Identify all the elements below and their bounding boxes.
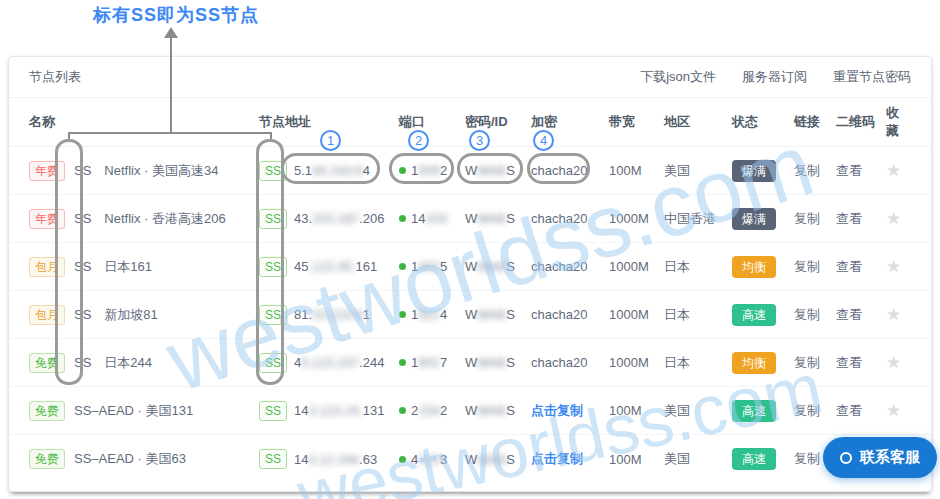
column-header-name: 名称 — [29, 113, 259, 131]
online-dot-icon — [399, 263, 406, 270]
status-badge: 高速 — [732, 448, 776, 470]
view-qrcode-link[interactable]: 查看 — [836, 307, 862, 322]
bandwidth-value: 1000M — [609, 307, 664, 322]
redacted-password: 8848 — [477, 307, 506, 322]
online-dot-icon — [399, 359, 406, 366]
reset-node-password-link[interactable]: 重置节点密码 — [833, 68, 911, 86]
redacted-port: 407 — [418, 259, 440, 274]
bandwidth-value: 100M — [609, 452, 664, 467]
redacted-password: 8848 — [477, 452, 506, 467]
bandwidth-value: 100M — [609, 403, 664, 418]
copy-link[interactable]: 复制 — [794, 403, 820, 418]
circled-number-4-icon: 4 — [533, 130, 554, 151]
plan-badge: 年费 — [29, 209, 65, 229]
annotation-arrow-line — [170, 37, 172, 133]
favorite-star-icon[interactable]: ★ — [886, 161, 901, 180]
plan-badge: 免费 — [29, 449, 65, 469]
view-qrcode-link[interactable]: 查看 — [836, 211, 862, 226]
table-row: 免费 SS–AEAD · 美国63 SS 143.12.244.63 40153… — [9, 435, 931, 483]
plan-badge: 年费 — [29, 161, 65, 181]
column-header-bandwidth: 带宽 — [609, 113, 664, 131]
favorite-star-icon[interactable]: ★ — [886, 209, 901, 228]
column-header-encryption: 加密 — [531, 113, 609, 131]
ss-badge: SS — [259, 209, 287, 229]
view-qrcode-link[interactable]: 查看 — [836, 403, 862, 418]
online-dot-icon — [399, 456, 406, 463]
password-cell: W8848S — [465, 403, 531, 418]
annotation-text: 标有SS即为SS节点 — [93, 3, 259, 27]
column-header-favorite: 收藏 — [886, 104, 911, 140]
node-name: 日本161 — [104, 258, 152, 276]
page-title: 节点列表 — [29, 68, 81, 86]
node-address: 81.23.123.81 — [294, 307, 370, 322]
node-address: 143.12.244.63 — [294, 452, 377, 467]
plan-badge: 免费 — [29, 353, 65, 373]
copy-link[interactable]: 复制 — [794, 211, 820, 226]
favorite-star-icon[interactable]: ★ — [886, 401, 901, 420]
copy-link[interactable]: 复制 — [794, 259, 820, 274]
view-qrcode-link[interactable]: 查看 — [836, 259, 862, 274]
copy-link[interactable]: 复制 — [794, 163, 820, 178]
online-dot-icon — [399, 167, 406, 174]
node-name: Netflix · 美国高速34 — [104, 162, 218, 180]
region-value: 日本 — [664, 258, 732, 276]
redacted-password: 8848 — [477, 403, 506, 418]
server-subscribe-link[interactable]: 服务器订阅 — [742, 68, 807, 86]
ss-badge: SS — [259, 353, 287, 373]
region-value: 中国香港 — [664, 210, 732, 228]
node-name: 新加坡81 — [104, 306, 157, 324]
copy-link[interactable]: 复制 — [794, 307, 820, 322]
node-name: SS–AEAD · 美国131 — [74, 402, 193, 420]
password-cell: W8848S — [465, 259, 531, 274]
view-qrcode-link[interactable]: 查看 — [836, 355, 862, 370]
circled-number-2-icon: 2 — [408, 130, 429, 151]
view-qrcode-link[interactable]: 查看 — [836, 163, 862, 178]
redacted-address: 5.123.237 — [301, 355, 359, 370]
circled-number-1-icon: 1 — [320, 130, 341, 151]
encryption-value: chacha20 — [531, 355, 587, 370]
favorite-star-icon[interactable]: ★ — [886, 353, 901, 372]
ss-badge: SS — [259, 449, 287, 469]
redacted-port: 509 — [418, 163, 440, 178]
encryption-value: chacha20 — [531, 211, 587, 226]
redacted-password: 8848 — [477, 211, 506, 226]
encryption-value: chacha20 — [531, 307, 587, 322]
copy-link[interactable]: 复制 — [794, 451, 820, 466]
encryption-value[interactable]: 点击复制 — [531, 451, 583, 466]
plan-badge: 包月 — [29, 257, 65, 277]
region-value: 美国 — [664, 402, 732, 420]
redacted-port: 154 — [418, 403, 440, 418]
chat-circle-icon — [840, 452, 852, 464]
favorite-star-icon[interactable]: ★ — [886, 257, 901, 276]
annotation-connector-line — [68, 132, 272, 134]
column-header-address: 节点地址 — [259, 113, 399, 131]
online-dot-icon — [399, 407, 406, 414]
port-cell: 21542 — [399, 403, 465, 418]
table-row: 免费 SS–AEAD · 美国131 SS 143.123.24.131 215… — [9, 387, 931, 435]
redacted-port: 203 — [425, 211, 447, 226]
favorite-star-icon[interactable]: ★ — [886, 305, 901, 324]
status-badge: 均衡 — [732, 352, 776, 374]
port-cell: 40153 — [399, 452, 465, 467]
annotation-connector-line — [270, 132, 272, 142]
download-json-link[interactable]: 下载json文件 — [640, 68, 716, 86]
ss-tag: SS — [74, 307, 91, 322]
redacted-address: 44.243.8 — [312, 163, 363, 178]
contact-support-button[interactable]: 联系客服 — [823, 437, 937, 478]
ss-badge: SS — [259, 401, 287, 421]
encryption-value[interactable]: 点击复制 — [531, 403, 583, 418]
port-cell: 14203 — [399, 211, 465, 226]
redacted-address: 23.123.8 — [312, 307, 363, 322]
redacted-address: .123.45. — [308, 259, 355, 274]
node-address: 45.123.237.244 — [294, 355, 384, 370]
node-address: 43.203.187.206 — [294, 211, 384, 226]
ss-tag: SS — [74, 259, 91, 274]
copy-link[interactable]: 复制 — [794, 355, 820, 370]
ss-tag: SS — [74, 211, 91, 226]
column-header-link: 链接 — [794, 113, 836, 131]
region-value: 日本 — [664, 306, 732, 324]
plan-badge: 免费 — [29, 401, 65, 421]
plan-badge: 包月 — [29, 305, 65, 325]
region-value: 美国 — [664, 450, 732, 468]
status-badge: 爆满 — [732, 208, 776, 230]
